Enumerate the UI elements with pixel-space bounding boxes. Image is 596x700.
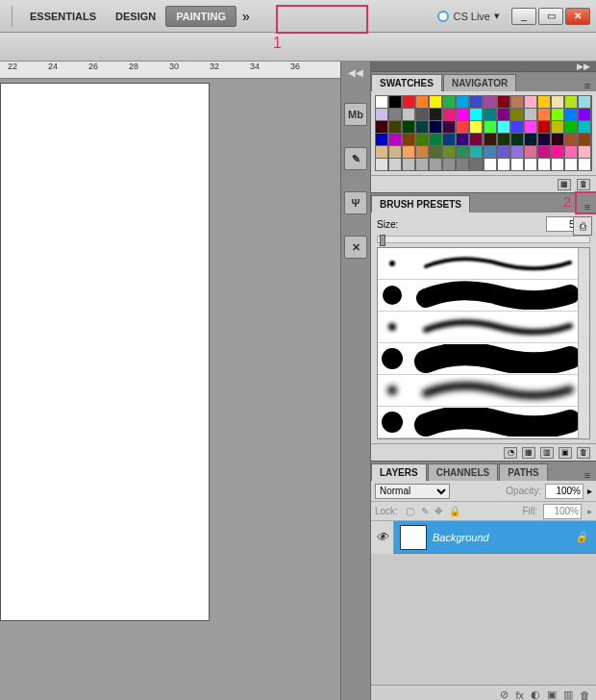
layers-footer-icon[interactable]: fx (515, 689, 524, 701)
swatch[interactable] (457, 134, 468, 145)
swatch[interactable] (403, 146, 414, 158)
brush-panel-icon[interactable]: ✎ (344, 147, 367, 170)
swatch[interactable] (579, 96, 590, 108)
swatch[interactable] (403, 96, 414, 108)
brush-footer-icon[interactable]: 🗑 (577, 447, 590, 459)
swatch[interactable] (511, 109, 523, 120)
swatch[interactable] (416, 134, 428, 145)
swatch[interactable] (457, 109, 468, 120)
swatch[interactable] (389, 146, 401, 158)
swatch[interactable] (443, 134, 455, 145)
swatch[interactable] (498, 121, 509, 133)
brush-presets-menu-icon[interactable]: ≡ (579, 201, 596, 212)
layers-footer-icon[interactable]: ◐ (531, 688, 540, 700)
lock-pixels-icon[interactable]: ✎ (421, 506, 429, 516)
swatch[interactable] (579, 134, 590, 145)
swatch[interactable] (525, 121, 536, 133)
swatch[interactable] (403, 159, 414, 170)
swatch[interactable] (416, 159, 428, 170)
swatch[interactable] (511, 146, 523, 158)
swatch[interactable] (565, 109, 577, 120)
swatch[interactable] (416, 109, 428, 120)
swatch[interactable] (376, 109, 387, 120)
swatch[interactable] (457, 96, 468, 108)
swatch[interactable] (525, 159, 536, 170)
tab-swatches[interactable]: SWATCHES (371, 74, 442, 91)
tab-navigator[interactable]: NAVIGATOR (443, 74, 516, 91)
brush-footer-icon[interactable]: ◔ (504, 447, 517, 459)
swatch[interactable] (525, 96, 536, 108)
swatch[interactable] (470, 109, 482, 120)
swatch[interactable] (430, 146, 441, 158)
swatch[interactable] (484, 134, 496, 145)
blend-mode-select[interactable]: Normal (375, 484, 450, 499)
swatch[interactable] (538, 109, 550, 120)
swatch[interactable] (525, 109, 536, 120)
swatch[interactable] (376, 96, 387, 108)
brush-preset-item[interactable] (378, 343, 589, 375)
swatch[interactable] (565, 121, 577, 133)
new-swatch-icon[interactable]: ▦ (558, 179, 571, 190)
swatch[interactable] (484, 109, 496, 120)
swatch[interactable] (430, 109, 441, 120)
swatch[interactable] (389, 134, 401, 145)
tab-paths[interactable]: PATHS (499, 463, 547, 481)
clone-source-icon[interactable]: Ψ (344, 191, 367, 214)
brush-preset-item[interactable] (378, 312, 589, 343)
workspace-tab-painting[interactable]: PAINTING (165, 6, 236, 27)
swatch[interactable] (498, 134, 509, 145)
lock-all-icon[interactable]: 🔒 (449, 506, 460, 516)
minimize-button[interactable]: _ (511, 8, 536, 25)
delete-swatch-icon[interactable]: 🗑 (577, 179, 590, 190)
swatch[interactable] (484, 121, 496, 133)
swatch[interactable] (565, 146, 577, 158)
brush-footer-icon[interactable]: ▦ (522, 447, 535, 459)
swatch[interactable] (511, 96, 523, 108)
swatch[interactable] (579, 159, 590, 170)
swatch[interactable] (416, 96, 428, 108)
swatch[interactable] (376, 159, 387, 170)
brush-preset-item[interactable] (378, 280, 589, 312)
swatch[interactable] (511, 159, 523, 170)
swatch[interactable] (443, 121, 455, 133)
swatch[interactable] (470, 134, 482, 145)
opacity-flyout-icon[interactable]: ▸ (587, 486, 592, 496)
swatch[interactable] (552, 146, 563, 158)
swatch[interactable] (525, 134, 536, 145)
dock-expand-icon[interactable]: ◀◀ (348, 67, 363, 78)
swatch[interactable] (457, 159, 468, 170)
layer-item-background[interactable]: 👁 Background 🔒 (371, 521, 596, 554)
opacity-input[interactable]: 100% (545, 484, 584, 499)
brush-size-slider[interactable] (377, 236, 590, 243)
swatch[interactable] (376, 146, 387, 158)
brush-footer-icon[interactable]: ▣ (559, 447, 572, 459)
swatch[interactable] (538, 96, 550, 108)
fill-input[interactable]: 100% (543, 504, 582, 519)
layers-footer-icon[interactable]: ▥ (563, 688, 573, 700)
swatch[interactable] (538, 146, 550, 158)
layers-footer-icon[interactable]: ⊘ (500, 688, 509, 700)
swatch[interactable] (470, 96, 482, 108)
swatch[interactable] (389, 96, 401, 108)
cs-live-button[interactable]: CS Live ▾ (437, 10, 500, 22)
swatch[interactable] (538, 121, 550, 133)
tab-brush-presets[interactable]: BRUSH PRESETS (371, 195, 470, 212)
lock-position-icon[interactable]: ✥ (435, 506, 442, 516)
swatch[interactable] (552, 109, 563, 120)
swatch[interactable] (470, 121, 482, 133)
swatch[interactable] (498, 109, 509, 120)
swatch[interactable] (552, 121, 563, 133)
swatch[interactable] (579, 121, 590, 133)
swatch[interactable] (538, 134, 550, 145)
swatch[interactable] (525, 146, 536, 158)
swatch[interactable] (511, 134, 523, 145)
swatch[interactable] (430, 121, 441, 133)
swatch[interactable] (376, 134, 387, 145)
swatch[interactable] (538, 159, 550, 170)
lock-transparent-icon[interactable]: ▢ (406, 506, 414, 516)
swatch[interactable] (484, 146, 496, 158)
mini-bridge-icon[interactable]: Mb (344, 103, 367, 126)
swatch[interactable] (403, 134, 414, 145)
brush-preset-item[interactable] (378, 375, 589, 407)
swatch[interactable] (565, 134, 577, 145)
